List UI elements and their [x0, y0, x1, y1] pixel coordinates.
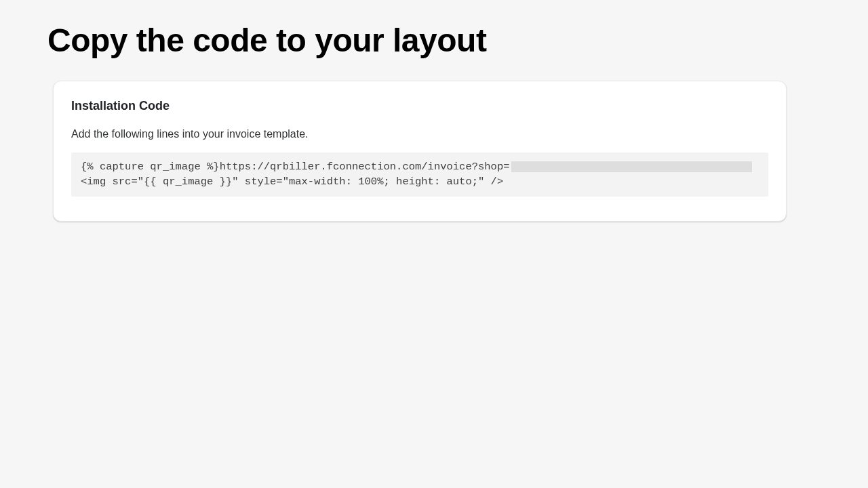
card-instruction: Add the following lines into your invoic… [71, 128, 768, 140]
card-title: Installation Code [71, 99, 768, 113]
code-line-2: <img src="{{ qr_image }}" style="max-wid… [81, 174, 759, 189]
code-line-1: {% capture qr_image %}https://qrbiller.f… [81, 159, 510, 174]
installation-code-card: Installation Code Add the following line… [53, 81, 787, 222]
redacted-segment [511, 161, 752, 172]
code-block[interactable]: {% capture qr_image %}https://qrbiller.f… [71, 152, 768, 197]
page-title: Copy the code to your layout [47, 22, 868, 59]
